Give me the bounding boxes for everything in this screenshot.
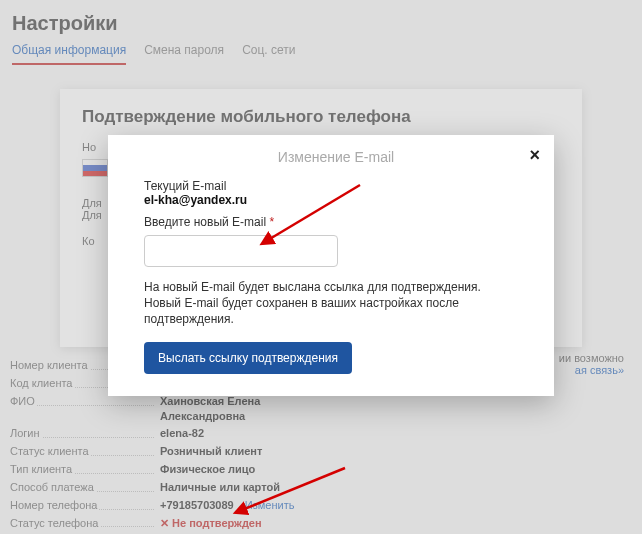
new-email-label: Введите новый E-mail * <box>144 215 528 229</box>
current-email-value: el-kha@yandex.ru <box>144 193 528 207</box>
modal-note: На новый E-mail будет выслана ссылка для… <box>144 279 514 328</box>
close-icon[interactable]: × <box>529 145 540 166</box>
change-email-modal: × Изменение E-mail Текуций E-mail el-kha… <box>108 135 554 396</box>
new-email-input[interactable] <box>144 235 338 267</box>
send-confirmation-button[interactable]: Выслать ссылку подтверждения <box>144 342 352 374</box>
current-email-label: Текуций E-mail <box>144 179 528 193</box>
modal-title: Изменение E-mail <box>144 149 528 165</box>
